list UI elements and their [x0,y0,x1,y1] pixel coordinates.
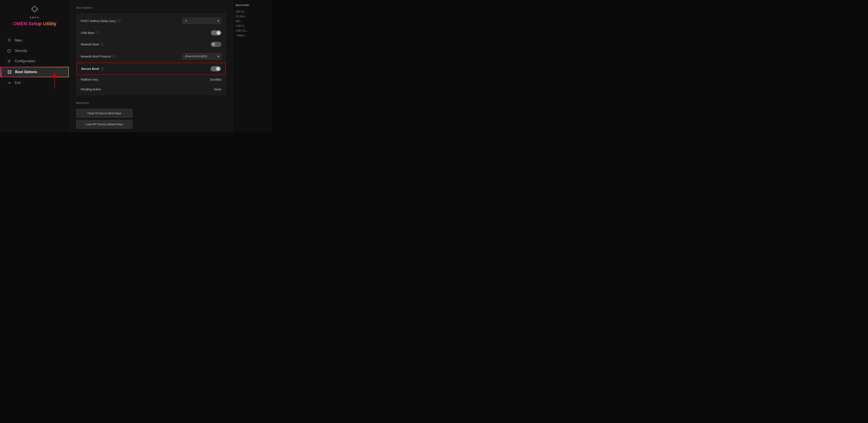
svg-rect-0 [32,6,38,12]
secure-boot-toggle[interactable] [211,66,221,71]
secure-boot-label: Secure Boot i [81,67,178,70]
diamond-icon [7,38,11,42]
network-boot-protocol-info-icon[interactable]: i [113,55,116,58]
secure-boot-row: Secure Boot i [76,63,226,75]
sidebar: OMEN OMEN Setup Utility Main Security [0,0,69,132]
secure-boot-toggle-knob [216,67,220,71]
logo-area: OMEN OMEN Setup Utility [0,0,69,29]
sidebar-item-main[interactable]: Main [0,35,69,45]
usb-boot-control [178,30,221,35]
post-hotkey-delay-label: POST HotKey Delay (sec) i [81,19,178,23]
post-hotkey-control: 0 5 10 ▼ [178,18,221,24]
svg-rect-4 [9,71,10,73]
boot-options-section-header: Boot Options [76,4,226,10]
network-boot-row: Network Boot i [76,39,226,50]
network-boot-protocol-control: IPv4+IPv6 (UEFI) IPv4 only IPv6 only ▼ [178,53,221,60]
gear-icon [7,59,11,63]
platform-key-value: Enrolled [178,78,221,81]
main-content: Boot Options POST HotKey Delay (sec) i 0… [69,0,233,132]
pending-action-label: Pending Action [81,88,178,91]
sidebar-nav: Main Security Configuration [0,35,69,132]
usb-boot-toggle[interactable] [211,30,221,35]
post-hotkey-dropdown[interactable]: 0 5 10 [182,18,221,24]
platform-key-label: Platform Key [81,78,178,81]
boot-order-item-2[interactable]: Win... [236,19,269,24]
network-boot-protocol-dropdown[interactable]: IPv4+IPv6 (UEFI) IPv4 only IPv6 only [182,53,221,60]
sidebar-item-boot-options-label: Boot Options [15,70,37,74]
layers-icon [7,70,12,74]
platform-key-row: Platform Key Enrolled [76,75,226,85]
network-boot-info-icon[interactable]: i [101,42,104,46]
sidebar-item-configuration[interactable]: Configuration [0,56,69,66]
pending-action-value: None [178,88,221,91]
sidebar-item-security-label: Security [15,49,27,53]
usb-boot-info-icon[interactable]: i [96,31,99,35]
network-boot-protocol-row: Network Boot Protocol i IPv4+IPv6 (UEFI)… [76,50,226,63]
boot-order-title: Boot Order [236,3,269,7]
post-hotkey-info-icon[interactable]: i [118,19,121,23]
app-title: OMEN Setup Utility [9,21,60,27]
network-boot-control [178,42,221,47]
shield-icon [7,48,11,53]
post-hotkey-dropdown-wrapper: 0 5 10 ▼ [182,18,221,24]
boot-order-item-1[interactable]: OS Boo... [236,14,269,19]
network-boot-label: Network Boot i [81,42,178,46]
network-boot-protocol-dropdown-wrapper: IPv4+IPv6 (UEFI) IPv4 only IPv6 only ▼ [182,53,221,60]
usb-boot-toggle-knob [217,31,220,35]
svg-point-2 [8,61,10,62]
sidebar-item-main-label: Main [15,38,22,42]
arrow-right-icon [7,81,11,85]
network-boot-toggle-knob [211,42,215,46]
pending-action-row: Pending Action None [76,85,226,94]
svg-rect-1 [8,39,10,41]
network-boot-toggle[interactable] [211,42,221,47]
boot-order-item-3[interactable]: USB Fi... [236,24,269,28]
boot-order-item-5[interactable]: ! Netwo... [236,33,269,38]
boot-options-settings-group: POST HotKey Delay (sec) i 0 5 10 ▼ [76,13,226,95]
omen-wordmark: OMEN [30,17,39,19]
usb-boot-row: USB Boot i [76,27,226,39]
sidebar-item-exit[interactable]: Exit [0,78,69,88]
right-panel: Boot Order UEFI B... OS Boo... Win... US… [233,0,272,132]
sidebar-item-security[interactable]: Security [0,45,69,56]
sidebar-item-configuration-label: Configuration [15,59,35,63]
boot-order-item-0[interactable]: UEFI B... [236,9,269,14]
network-boot-protocol-label: Network Boot Protocol i [81,55,178,58]
usb-boot-label: USB Boot i [81,31,178,35]
post-hotkey-delay-row: POST HotKey Delay (sec) i 0 5 10 ▼ [76,15,226,27]
content-panel: Boot Options POST HotKey Delay (sec) i 0… [69,0,233,132]
omen-logo-icon [29,5,40,15]
boot-order-item-4[interactable]: USB CD... [236,28,269,33]
clear-all-secure-boot-keys-button[interactable]: Clear All Secure Boot Keys [76,109,132,118]
sidebar-item-boot-options[interactable]: Boot Options [0,66,69,78]
boot-keys-section: Clear All Secure Boot Keys Load HP Facto… [76,109,226,129]
sidebar-item-exit-label: Exit [15,81,21,85]
svg-rect-3 [8,70,11,73]
secure-boot-info-icon[interactable]: i [101,67,104,70]
load-hp-factory-default-keys-button[interactable]: Load HP Factory Default Keys [76,120,132,129]
secure-boot-control [178,66,221,71]
boot-keys-section-header: Boot Keys [76,99,226,105]
